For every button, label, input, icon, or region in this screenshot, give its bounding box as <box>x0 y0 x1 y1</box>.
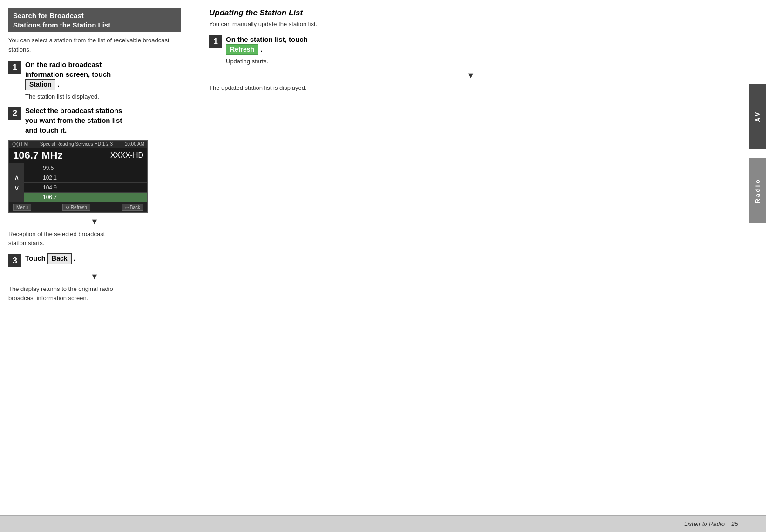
step-2-text-line1: Select the broadcast stations <box>25 107 122 114</box>
screen-list-wrapper: ∧ ∨ 99.5 102.1 104.9 106.7 <box>9 163 147 202</box>
bottom-bar: Listen to Radio 25 <box>0 515 766 532</box>
screen-fm-label: ((•)) FM <box>12 141 28 147</box>
right-step-1-text: On the station list, touch <box>226 35 308 43</box>
bottom-text: Listen to Radio 25 <box>684 520 738 527</box>
step-2-text-line2: you want from the station list <box>25 116 122 124</box>
screen-bottom-bar: Menu ↺ Refresh ⇦ Back <box>9 202 147 212</box>
step-1-sub-text: The station list is displayed. <box>25 92 181 101</box>
step-2-text-line3: and touch it. <box>25 126 67 134</box>
step-2-content: Select the broadcast stations you want f… <box>25 106 181 135</box>
screen-mockup: ((•)) FM Special Reading Services HD 1 2… <box>8 140 148 213</box>
screen-special: Special Reading Services HD 1 2 3 <box>40 141 113 147</box>
radio-tab[interactable]: Radio <box>749 158 766 223</box>
right-step-1: 1 On the station list, touch Refresh . U… <box>209 34 732 66</box>
screen-menu-btn[interactable]: Menu <box>13 204 31 211</box>
list-item-2[interactable]: 102.1 <box>24 173 147 183</box>
step-3-text: Touch <box>25 254 46 262</box>
reception-line1: Reception of the selected broadcast <box>8 230 105 237</box>
left-header-line2: Stations from the Station List <box>13 21 110 29</box>
screen-station-name: XXXX-HD <box>110 151 143 160</box>
list-item-3[interactable]: 104.9 <box>24 183 147 193</box>
display-returns-text: The display returns to the original radi… <box>8 284 181 303</box>
av-tab[interactable]: AV <box>749 84 766 149</box>
reception-line2: station starts. <box>8 240 44 247</box>
screen-back-btn[interactable]: ⇦ Back <box>122 204 143 211</box>
main-content: Search for Broadcast Stations from the S… <box>0 0 744 515</box>
step-2: 2 Select the broadcast stations you want… <box>8 106 181 135</box>
column-divider <box>195 8 195 507</box>
page-number: 25 <box>732 520 738 527</box>
step-1-content: On the radio broadcast information scree… <box>25 60 181 101</box>
right-section-title: Updating the Station List <box>209 8 732 18</box>
right-down-arrow: ▼ <box>209 71 732 81</box>
screen-time: 10:00 AM <box>125 141 144 147</box>
av-tab-label: AV <box>754 111 761 122</box>
screen-top-bar: ((•)) FM Special Reading Services HD 1 2… <box>9 141 147 148</box>
list-item-1[interactable]: 99.5 <box>24 163 147 173</box>
display-returns-line1: The display returns to the original radi… <box>8 285 113 292</box>
right-step-1-after: . <box>260 45 262 53</box>
scroll-up-icon[interactable]: ∧ <box>14 174 20 182</box>
down-arrow-1: ▼ <box>8 217 181 227</box>
updated-text: The updated station list is displayed. <box>209 83 732 93</box>
step-1-number: 1 <box>8 61 21 74</box>
step-3-text-after: . <box>74 254 75 262</box>
left-intro: You can select a station from the list o… <box>8 36 181 54</box>
refresh-button[interactable]: Refresh <box>226 44 258 55</box>
screen-scroll-col: ∧ ∨ <box>9 163 24 202</box>
step-1-text-line2: information screen, touch <box>25 70 111 78</box>
right-step-1-content: On the station list, touch Refresh . Upd… <box>226 34 732 66</box>
right-step-1-sub: Updating starts. <box>226 57 732 66</box>
right-intro: You can manually update the station list… <box>209 20 732 29</box>
reception-text: Reception of the selected broadcast stat… <box>8 229 181 248</box>
step-1-text-line1: On the radio broadcast <box>25 61 102 68</box>
down-arrow-2: ▼ <box>8 272 181 282</box>
left-header-line1: Search for Broadcast <box>13 12 84 20</box>
left-section-header: Search for Broadcast Stations from the S… <box>8 8 181 32</box>
left-column: Search for Broadcast Stations from the S… <box>8 8 190 507</box>
screen-freq-num: 106.7 MHz <box>13 149 62 162</box>
back-button[interactable]: Back <box>47 253 71 264</box>
step-3: 3 Touch Back . <box>8 253 181 267</box>
step-2-number: 2 <box>8 107 21 120</box>
radio-tab-label: Radio <box>754 178 761 203</box>
screen-refresh-btn[interactable]: ↺ Refresh <box>62 204 90 211</box>
display-returns-line2: broadcast information screen. <box>8 295 88 302</box>
step-1: 1 On the radio broadcast information scr… <box>8 60 181 101</box>
right-step-1-number: 1 <box>209 35 222 48</box>
list-item-4-selected[interactable]: 106.7 <box>24 193 147 202</box>
station-button[interactable]: Station <box>25 79 55 90</box>
step-3-number: 3 <box>8 254 21 267</box>
screen-items-col: 99.5 102.1 104.9 106.7 <box>24 163 147 202</box>
screen-freq-row: 106.7 MHz XXXX-HD <box>9 148 147 163</box>
right-column: Updating the Station List You can manual… <box>200 8 732 507</box>
step-3-content: Touch Back . <box>25 253 181 264</box>
scroll-down-icon[interactable]: ∨ <box>14 184 20 192</box>
